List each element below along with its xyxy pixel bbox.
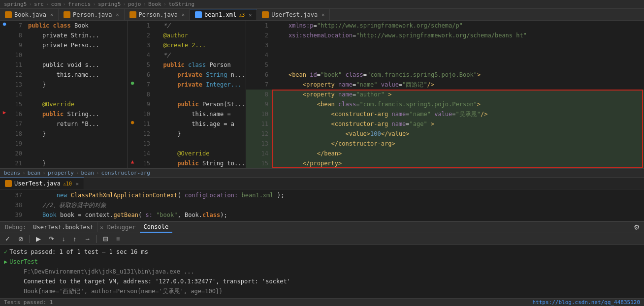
line-content: public void s...	[26, 60, 128, 70]
code-line: 20	[0, 149, 128, 158]
tab-close-bean1[interactable]: ✕	[249, 12, 252, 18]
line-content: <bean id="book" class="com.francis.sprin…	[272, 70, 644, 80]
line-number: 7	[9, 21, 26, 31]
code-token: public	[156, 61, 188, 68]
tab-usertest[interactable]: UserTest.java ✕	[257, 9, 330, 20]
tab-close-usertest[interactable]: ✕	[322, 12, 324, 17]
settings-button[interactable]: ⚙	[632, 222, 642, 232]
code-token: this.age = a	[156, 121, 234, 127]
editor-area: ●7public class Book8 private Strin...9 p…	[0, 21, 644, 168]
mute-breakpoints-button[interactable]: ≡	[114, 234, 122, 244]
breadcrumb-item[interactable]: spring5	[4, 1, 27, 7]
step-into-button[interactable]: ↓	[60, 234, 67, 244]
code-token: }	[28, 81, 46, 88]
usertest-code-line: 37 new ClassPathXmlApplicationContext( c…	[0, 190, 644, 200]
debug-toolbar: ✓ ⊘ ▶ ↷ ↓ ↑ → ⊟ ≡	[0, 233, 644, 245]
resume-button[interactable]: ▶	[34, 234, 43, 244]
tab-close-person2[interactable]: ✕	[182, 12, 185, 17]
xml-code-line: 2 xsi:schemaLocation="http://www.springf…	[246, 31, 644, 40]
console-expand-btn[interactable]: UserTest	[9, 257, 38, 267]
person-java-panel: 1 */2 @author3 @create 2...4 */5 public …	[128, 21, 246, 168]
tab-bean1[interactable]: bean1.xml ⚠3 ✕	[190, 9, 257, 20]
xml-code: 1 xmlns:p="http://www.springframework.or…	[246, 21, 644, 168]
bc-bean2[interactable]: bean	[81, 170, 94, 176]
tab-close-book[interactable]: ✕	[50, 12, 53, 17]
code-line: 10 this.name =	[128, 109, 246, 119]
book-java-code: ●7public class Book8 private Strin...9 p…	[0, 21, 128, 168]
breadcrumb-item[interactable]: src	[34, 1, 44, 7]
java-file-icon	[64, 11, 70, 18]
line-content: public class Person	[154, 60, 246, 70]
console-tab[interactable]: Console	[140, 222, 173, 233]
line-number: 5	[255, 60, 272, 70]
line-content: @create 2...	[154, 40, 246, 50]
breadcrumb-item[interactable]: francis	[68, 1, 91, 7]
line-number: 3	[137, 40, 154, 50]
tab-person2[interactable]: Person.java ✕	[125, 9, 191, 20]
tab-person1[interactable]: Person.java ✕	[59, 9, 125, 20]
line-content: <value>100</value>	[272, 129, 644, 139]
step-out-button[interactable]: ↑	[71, 234, 79, 244]
code-line: 11 public void s...	[0, 60, 128, 70]
console-text: Book{name='西游记', author=Person{name='吴承恩…	[24, 286, 223, 296]
xml-code-line: 5	[246, 60, 644, 70]
breadcrumb-item[interactable]: Book	[148, 1, 161, 7]
line-number: 7	[255, 80, 272, 90]
tab-close-usertest2[interactable]: ✕	[76, 181, 79, 186]
breadcrumb-item[interactable]: com	[51, 1, 61, 7]
code-line: 18 }	[0, 129, 128, 139]
tab-close-person1[interactable]: ✕	[116, 12, 119, 17]
code-token: String to...	[202, 160, 245, 167]
tab-usertest2[interactable]: UserTest.java ⚠10 ✕	[0, 178, 84, 189]
line-number: 8	[137, 90, 154, 99]
console-text: Tests passed: 1 of 1 test – 1 sec 16 ms	[9, 247, 148, 257]
xml-code-line: 7 <property name="name" value="西游记"/>	[246, 80, 644, 90]
java-file-icon	[5, 180, 12, 187]
debug-close-session[interactable]: ✕	[100, 224, 103, 231]
stop-button[interactable]: ⊘	[16, 234, 26, 244]
code-token: public	[28, 111, 67, 118]
code-line: 14 @Override	[128, 149, 246, 158]
console-output: ✓Tests passed: 1 of 1 test – 1 sec 16 ms…	[0, 245, 644, 298]
code-token: public void s...	[28, 61, 99, 68]
line-number: 4	[137, 50, 154, 60]
breadcrumb-item[interactable]: toString	[168, 1, 194, 7]
line-content: return "B...	[26, 119, 128, 129]
xml-code-line: 12 <value>100</value>	[246, 129, 644, 139]
check-button[interactable]: ✓	[3, 234, 12, 244]
line-content: */	[154, 21, 246, 31]
line-content: </property>	[272, 158, 644, 168]
bc-bean[interactable]: bean	[28, 170, 41, 176]
java-file-icon	[262, 11, 269, 18]
line-number: 10	[9, 50, 26, 60]
xml-panel: 1 xmlns:p="http://www.springframework.or…	[246, 21, 644, 168]
code-line: ▶16 public String...	[0, 109, 128, 119]
breadcrumb-item[interactable]: spring5	[98, 1, 121, 7]
bc-beans[interactable]: beans	[4, 170, 20, 176]
code-line: 10	[0, 50, 128, 60]
csdn-link[interactable]: https://blog.csdn.net/qq_44835120	[532, 299, 640, 306]
xml-code-line: 10 <constructor-arg name="name" value="吴…	[246, 109, 644, 119]
bc-constructor-arg[interactable]: constructor-arg	[101, 170, 150, 176]
bc-property[interactable]: property	[48, 170, 74, 176]
code-token: */	[156, 22, 170, 29]
line-content: this.name...	[26, 70, 128, 80]
line-content: private Integer...	[154, 80, 246, 90]
book-java-panel: ●7public class Book8 private Strin...9 p…	[0, 21, 128, 168]
xml-code-line: 9 <bean class="com.francis.spring5.pojo.…	[246, 99, 644, 109]
xml-code-line: 8 <property name="author" >	[246, 90, 644, 99]
line-number: 16	[9, 109, 26, 119]
run-to-cursor-button[interactable]: →	[82, 234, 93, 244]
line-number: 13	[137, 139, 154, 149]
step-over-button[interactable]: ↷	[47, 234, 56, 244]
breadcrumb-item[interactable]: pojo	[128, 1, 141, 7]
code-token: Person(St...	[202, 101, 245, 108]
code-line: 17 return "B...	[0, 119, 128, 129]
line-number: 37	[9, 190, 26, 200]
code-line: 12 }	[128, 129, 246, 139]
debugger-tab[interactable]: Debugger	[103, 222, 140, 232]
view-breakpoints-button[interactable]: ⊟	[101, 234, 110, 244]
line-content: <constructor-arg name="age" >	[272, 119, 644, 129]
console-line: F:\DevEnvironment\jdk\jdk8_u131\bin\java…	[4, 267, 640, 276]
tab-book[interactable]: Book.java ✕	[0, 9, 59, 20]
